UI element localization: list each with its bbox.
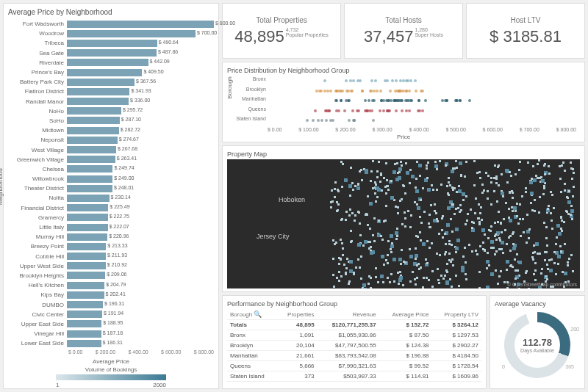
map-point[interactable]: [464, 175, 466, 178]
scatter-dot[interactable]: [373, 99, 376, 102]
map-point[interactable]: [409, 248, 411, 250]
map-point[interactable]: [564, 281, 567, 283]
scatter-dot[interactable]: [421, 109, 424, 112]
map-point[interactable]: [380, 174, 382, 176]
map-point[interactable]: [488, 264, 490, 266]
map-point[interactable]: [456, 167, 458, 169]
map-point[interactable]: [387, 277, 389, 279]
scatter-dot[interactable]: [326, 90, 329, 92]
map-point[interactable]: [556, 224, 560, 228]
map-point[interactable]: [564, 183, 566, 185]
map-point[interactable]: [487, 237, 490, 239]
map-point[interactable]: [391, 242, 393, 244]
map-point[interactable]: [360, 169, 362, 171]
map-point[interactable]: [415, 283, 417, 286]
map-point[interactable]: [553, 262, 556, 264]
map-point[interactable]: [375, 200, 377, 203]
map-point[interactable]: [516, 203, 518, 205]
map-point[interactable]: [570, 254, 573, 256]
map-point[interactable]: [471, 250, 473, 253]
map-point[interactable]: [486, 260, 490, 264]
map-point[interactable]: [415, 186, 417, 189]
map-point[interactable]: [404, 261, 406, 264]
bar-row[interactable]: Lower East Side$ 186.31: [8, 338, 214, 348]
map-point[interactable]: [490, 181, 492, 184]
map-point[interactable]: [365, 214, 367, 216]
map-point[interactable]: [544, 259, 546, 261]
scatter-dot[interactable]: [409, 79, 412, 82]
map-point[interactable]: [509, 171, 511, 173]
map-point[interactable]: [532, 258, 534, 261]
scatter-dot[interactable]: [348, 119, 351, 122]
map-point[interactable]: [429, 214, 431, 216]
map-point[interactable]: [361, 179, 363, 181]
map-point[interactable]: [550, 286, 552, 288]
map-point[interactable]: [362, 244, 365, 247]
map-point[interactable]: [436, 189, 438, 191]
map-point[interactable]: [551, 228, 553, 230]
map-point[interactable]: [420, 266, 422, 269]
map-point[interactable]: [487, 190, 489, 192]
scatter-dot[interactable]: [407, 99, 410, 102]
map-point[interactable]: [446, 263, 448, 265]
map-point[interactable]: [441, 217, 443, 219]
scatter-dot[interactable]: [328, 109, 331, 112]
scatter-dot[interactable]: [402, 79, 405, 82]
map-point[interactable]: [564, 189, 566, 192]
map-point[interactable]: [348, 184, 352, 188]
bar-row[interactable]: Midtown$ 282.72: [8, 126, 214, 135]
scatter-dot[interactable]: [306, 119, 309, 122]
map-point[interactable]: [342, 163, 344, 165]
map-point[interactable]: [544, 173, 546, 175]
map-point[interactable]: [570, 161, 572, 164]
map-point[interactable]: [530, 192, 534, 195]
map-point[interactable]: [360, 277, 362, 280]
map-point[interactable]: [526, 242, 528, 244]
map-point[interactable]: [437, 279, 440, 281]
map-point[interactable]: [500, 222, 502, 225]
map-point[interactable]: [567, 280, 570, 283]
map-point[interactable]: [374, 192, 376, 195]
map-point[interactable]: [336, 277, 338, 279]
col-ltv[interactable]: Property LTV: [432, 309, 481, 320]
map-point[interactable]: [468, 244, 470, 246]
scatter-dot[interactable]: [382, 99, 385, 102]
map-point[interactable]: [442, 236, 444, 239]
map-point[interactable]: [546, 278, 548, 280]
map-point[interactable]: [547, 208, 549, 210]
map-point[interactable]: [447, 192, 449, 195]
map-point[interactable]: [429, 226, 431, 228]
map-point[interactable]: [354, 214, 356, 217]
map-point[interactable]: [567, 261, 569, 264]
map-point[interactable]: [398, 283, 400, 285]
map-point[interactable]: [373, 240, 376, 242]
scatter-dot[interactable]: [398, 90, 401, 92]
map-point[interactable]: [383, 177, 385, 179]
map-point[interactable]: [434, 161, 437, 163]
map-point[interactable]: [570, 205, 573, 207]
map-point[interactable]: [404, 225, 406, 228]
map-point[interactable]: [448, 177, 450, 179]
bar-row[interactable]: Theater District$ 248.01: [8, 184, 214, 193]
map-point[interactable]: [502, 195, 504, 197]
map-point[interactable]: [453, 213, 456, 215]
map-point[interactable]: [399, 271, 401, 273]
map-point[interactable]: [440, 184, 442, 186]
map-point[interactable]: [538, 211, 540, 214]
map-point[interactable]: [509, 250, 512, 252]
map-point[interactable]: [498, 184, 500, 186]
map-point[interactable]: [503, 218, 505, 220]
map-point[interactable]: [458, 285, 460, 287]
map-point[interactable]: [572, 270, 574, 272]
map-point[interactable]: [498, 211, 500, 213]
map-point[interactable]: [431, 286, 434, 288]
map-point[interactable]: [390, 251, 392, 253]
map-point[interactable]: [456, 239, 460, 242]
map-point[interactable]: [381, 239, 384, 241]
map-point[interactable]: [409, 255, 413, 258]
map-point[interactable]: [551, 219, 553, 222]
map-point[interactable]: [426, 240, 429, 242]
map-point[interactable]: [560, 191, 562, 193]
scatter-dot[interactable]: [340, 99, 343, 102]
map-point[interactable]: [396, 235, 398, 237]
